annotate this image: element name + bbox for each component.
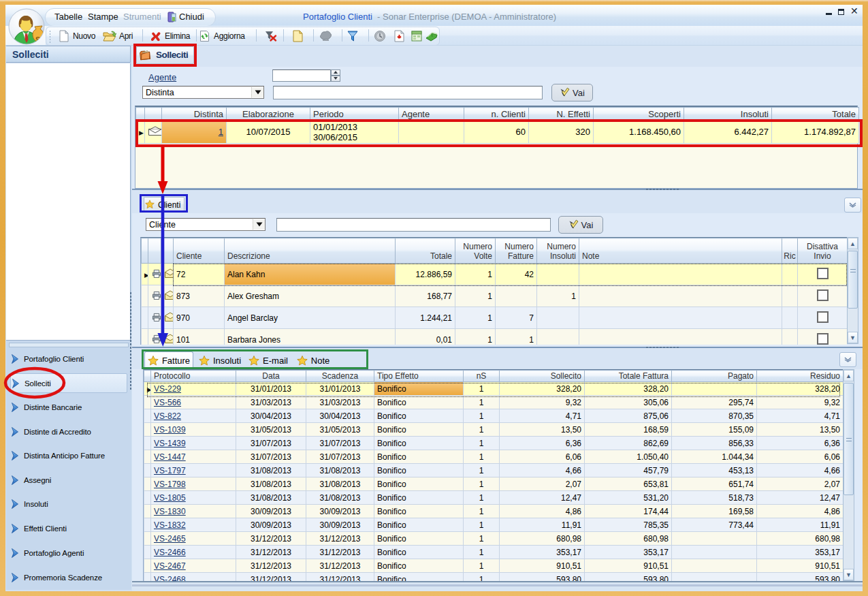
svg-text:S: S <box>35 35 40 44</box>
